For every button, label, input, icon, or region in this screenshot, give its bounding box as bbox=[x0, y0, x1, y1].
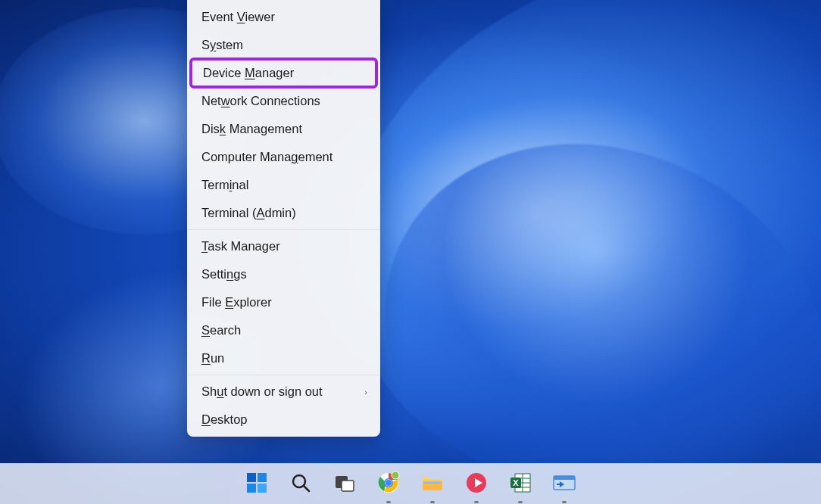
taskbar-file-explorer[interactable] bbox=[417, 469, 448, 499]
taskbar-start[interactable] bbox=[242, 469, 272, 499]
start-icon bbox=[246, 472, 267, 496]
running-indicator bbox=[518, 501, 523, 503]
taskbar-task-view[interactable] bbox=[329, 469, 360, 499]
svg-rect-26 bbox=[554, 476, 575, 480]
taskbar-chrome[interactable] bbox=[373, 469, 404, 499]
menu-item-system[interactable]: System bbox=[188, 31, 379, 59]
task-view-icon bbox=[334, 472, 355, 496]
svg-rect-3 bbox=[258, 473, 267, 482]
svg-point-14 bbox=[392, 471, 399, 479]
running-indicator bbox=[386, 501, 391, 503]
svg-rect-5 bbox=[258, 484, 267, 493]
running-indicator bbox=[474, 501, 479, 503]
svg-line-7 bbox=[304, 486, 309, 491]
svg-rect-4 bbox=[247, 484, 256, 493]
menu-item-device-manager[interactable]: Device Manager bbox=[189, 58, 378, 89]
running-indicator bbox=[562, 501, 567, 503]
taskbar-excel[interactable]: X bbox=[505, 469, 535, 499]
desktop-wallpaper bbox=[0, 0, 821, 504]
taskbar-run[interactable] bbox=[549, 469, 579, 499]
menu-item-disk-management[interactable]: Disk Management bbox=[188, 115, 379, 143]
menu-item-search[interactable]: Search bbox=[188, 316, 379, 344]
run-icon bbox=[552, 473, 576, 496]
menu-item-terminal-admin[interactable]: Terminal (Admin) bbox=[188, 199, 379, 227]
quick-assist-icon bbox=[465, 471, 488, 497]
menu-item-file-explorer[interactable]: File Explorer bbox=[188, 288, 379, 316]
svg-rect-15 bbox=[423, 481, 442, 490]
svg-rect-9 bbox=[342, 481, 354, 491]
menu-item-settings[interactable]: Settings bbox=[188, 260, 379, 288]
menu-item-run[interactable]: Run bbox=[188, 344, 379, 372]
search-icon bbox=[290, 472, 311, 496]
menu-item-network-connections[interactable]: Network Connections bbox=[188, 87, 379, 115]
taskbar-quick-assist[interactable] bbox=[461, 469, 492, 499]
winx-context-menu: Event ViewerSystemDevice ManagerNetwork … bbox=[187, 0, 380, 437]
menu-item-task-manager[interactable]: Task Manager bbox=[188, 232, 379, 260]
menu-item-event-viewer[interactable]: Event Viewer bbox=[188, 3, 379, 31]
menu-item-computer-management[interactable]: Computer Management bbox=[188, 143, 379, 171]
running-indicator bbox=[430, 501, 435, 503]
menu-item-desktop[interactable]: Desktop bbox=[188, 406, 379, 434]
taskbar: X bbox=[0, 463, 821, 504]
svg-point-13 bbox=[386, 480, 392, 486]
excel-icon: X bbox=[509, 472, 532, 496]
chevron-right-icon: › bbox=[364, 387, 367, 397]
svg-rect-2 bbox=[247, 473, 256, 482]
menu-item-terminal[interactable]: Terminal bbox=[188, 171, 379, 199]
menu-separator bbox=[188, 375, 379, 375]
svg-rect-16 bbox=[424, 482, 441, 484]
menu-item-shut-down[interactable]: Shut down or sign out› bbox=[188, 378, 379, 406]
menu-separator bbox=[188, 229, 379, 230]
chrome-icon bbox=[377, 471, 400, 497]
file-explorer-icon bbox=[421, 472, 444, 496]
taskbar-search[interactable] bbox=[286, 469, 316, 499]
svg-text:X: X bbox=[513, 478, 519, 487]
